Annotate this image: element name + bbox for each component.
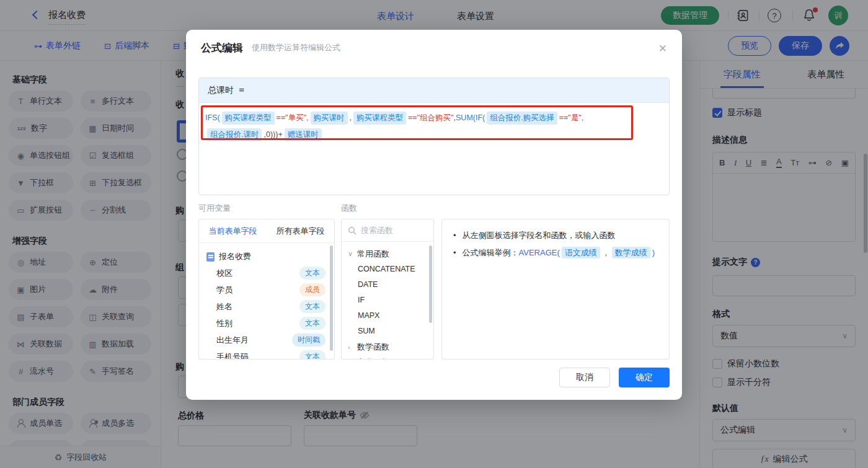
chevron-right-icon: › [348,359,353,360]
function-search-input[interactable] [361,226,423,235]
formula-line: 组合报价.课时,0)))+赠送课时 [205,126,663,143]
variable-type-badge: 文本 [299,317,326,330]
modal-header: 公式编辑 使用数学运算符编辑公式 [186,30,682,66]
hint-example-content: 公式编辑举例：AVERAGE(语文成绩，数学成绩) [463,248,655,257]
formula-token: =="是", [559,113,583,122]
variable-row[interactable]: 手机号码文本 [199,348,334,360]
function-group-label: 常用函数 [357,249,389,260]
modal-title: 公式编辑 [201,41,243,55]
formula-editor[interactable]: IFS(购买课程类型=="单买",购买课时,购买课程类型=="组合购买",SUM… [199,103,669,195]
hint-example-function: AVERAGE( [519,248,560,257]
function-group[interactable]: ›数学函数 [342,339,433,355]
cancel-button[interactable]: 取消 [559,368,610,387]
hint-example-separator: ， [602,248,610,257]
function-item[interactable]: DATE [342,277,433,293]
tab-current-form-fields[interactable]: 当前表单字段 [199,219,267,242]
variable-type-badge: 文本 [299,267,326,280]
hint-example-field-chip: 语文成绩 [562,247,600,258]
formula-lines-container: IFS(购买课程类型=="单买",购买课时,购买课程类型=="组合购买",SUM… [205,110,663,143]
variable-list: 报名收费校区文本学员成员姓名文本性别文本出生年月时间戳手机号码文本 [199,243,334,360]
formula-line: IFS(购买课程类型=="单买",购买课时,购买课程类型=="组合购买",SUM… [205,110,663,126]
variable-name: 校区 [216,268,232,279]
variable-type-badge: 文本 [299,350,326,360]
formula-token: , [350,113,352,122]
variable-form-row[interactable]: 报名收费 [199,249,334,265]
formula-token: =="组合购买" [408,113,453,122]
bullet: • [453,248,456,257]
variable-name: 出生年月 [216,335,249,346]
variable-row[interactable]: 学员成员 [199,281,334,298]
hint-example-prefix: 公式编辑举例： [463,248,519,257]
modal-subtitle: 使用数学运算符编辑公式 [252,42,340,53]
hint-example-field-chip: 数学成绩 [612,247,650,258]
variable-row[interactable]: 性别文本 [199,315,334,332]
hints-column: •从左侧面板选择字段名和函数，或输入函数 •公式编辑举例：AVERAGE(语文成… [441,203,670,360]
function-group-label: 文本函数 [357,357,389,360]
search-icon [348,226,356,235]
variable-row[interactable]: 校区文本 [199,265,334,281]
variables-tabs: 当前表单字段 所有表单字段 [199,219,334,243]
close-icon[interactable] [658,42,667,55]
formula-field-chip[interactable]: 购买课程类型 [222,112,275,125]
function-item[interactable]: SUM [342,324,433,339]
functions-column: 函数 ∨常用函数CONCATENATEDATEIFMAPXSUM›数学函数›文本… [341,203,434,360]
function-group-label: 数学函数 [357,342,389,353]
formula-field-chip[interactable]: 组合报价.课时 [207,128,262,141]
hint-example-close: ) [652,248,655,257]
formula-token: IFS( [205,113,220,122]
function-group[interactable]: ›文本函数 [342,355,433,360]
formula-field-chip[interactable]: 组合报价.购买选择 [487,112,557,125]
hint-line-2: •公式编辑举例：AVERAGE(语文成绩，数学成绩) [453,245,658,261]
function-search [342,219,433,242]
formula-editor-modal: 公式编辑 使用数学运算符编辑公式 总课时 = IFS(购买课程类型=="单买",… [186,30,682,400]
function-item[interactable]: MAPX [342,308,433,324]
variable-form-name: 报名收费 [219,251,251,262]
function-group[interactable]: ∨常用函数 [342,246,433,262]
bullet: • [453,231,456,240]
form-doc-icon [206,252,215,262]
formula-field-chip[interactable]: 购买课时 [311,112,348,125]
variable-type-badge: 成员 [299,283,326,296]
functions-scrollbar[interactable] [429,245,432,323]
variables-label: 可用变量 [198,203,335,214]
variable-name: 手机号码 [216,351,249,360]
tab-all-form-fields[interactable]: 所有表单字段 [267,219,334,242]
confirm-button[interactable]: 确定 [619,368,670,387]
functions-label: 函数 [341,203,434,214]
variables-scrollbar[interactable] [330,245,333,351]
chevron-right-icon: › [348,343,353,351]
chevron-down-icon: ∨ [348,250,353,258]
variable-type-badge: 文本 [299,300,326,313]
variable-row[interactable]: 出生年月时间戳 [199,332,334,348]
formula-token: ,0)))+ [264,130,282,139]
variables-column: 可用变量 当前表单字段 所有表单字段 报名收费校区文本学员成员姓名文本性别文本出… [198,203,335,360]
formula-token: SUM(IF( [456,113,485,122]
hint-line-1: •从左侧面板选择字段名和函数，或输入函数 [453,227,658,244]
variable-type-badge: 时间戳 [292,333,326,347]
variables-panel: 当前表单字段 所有表单字段 报名收费校区文本学员成员姓名文本性别文本出生年月时间… [198,219,335,360]
formula-box: 总课时 = IFS(购买课程类型=="单买",购买课时,购买课程类型=="组合购… [198,77,670,195]
function-item[interactable]: IF [342,293,433,308]
app-window: 报名收费 表单设计 表单设置 数据管理 训 ⊶表单外链⊡后端脚本⊟数据权 预览 … [0,0,868,468]
modal-footer: 取消 确定 [559,368,670,387]
variable-name: 性别 [216,318,232,329]
formula-token: =="单买", [277,113,309,122]
hints-panel: •从左侧面板选择字段名和函数，或输入函数 •公式编辑举例：AVERAGE(语文成… [441,219,670,360]
variable-name: 姓名 [216,301,232,312]
function-tree: ∨常用函数CONCATENATEDATEIFMAPXSUM›数学函数›文本函数 [342,242,433,360]
variable-row[interactable]: 姓名文本 [199,298,334,315]
formula-result-label: 总课时 = [199,78,669,103]
formula-field-chip[interactable]: 购买课程类型 [353,112,406,125]
formula-field-chip[interactable]: 赠送课时 [285,128,322,141]
modal-columns: 可用变量 当前表单字段 所有表单字段 报名收费校区文本学员成员姓名文本性别文本出… [198,203,670,360]
function-item[interactable]: CONCATENATE [342,262,433,277]
variable-name: 学员 [216,285,232,296]
hint-text-1: 从左侧面板选择字段名和函数，或输入函数 [463,231,616,240]
functions-panel: ∨常用函数CONCATENATEDATEIFMAPXSUM›数学函数›文本函数 [341,219,434,360]
